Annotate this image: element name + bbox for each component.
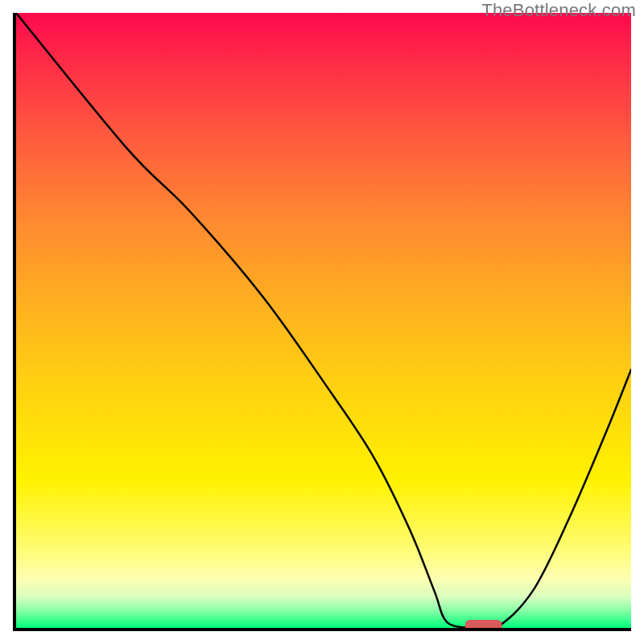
curve-layer xyxy=(16,13,631,628)
bottleneck-chart: TheBottleneck.com xyxy=(0,0,644,644)
optimal-point-marker xyxy=(465,620,502,628)
bottleneck-curve-line xyxy=(16,13,631,628)
watermark-text: TheBottleneck.com xyxy=(481,0,636,21)
plot-area xyxy=(13,13,631,631)
